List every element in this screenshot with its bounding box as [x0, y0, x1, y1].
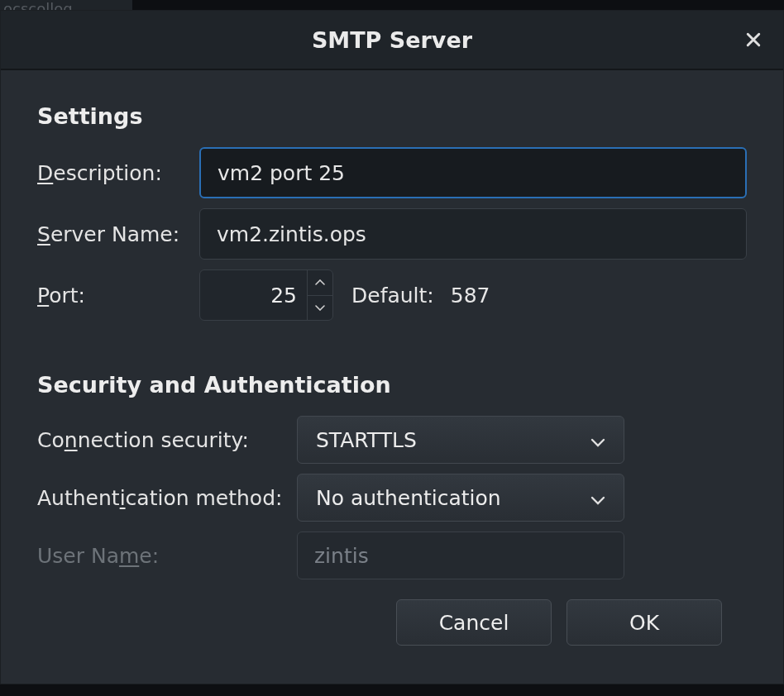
connection-security-select[interactable]: STARTTLS [297, 416, 624, 464]
server-name-input[interactable] [199, 208, 747, 260]
port-step-up-icon[interactable] [308, 270, 332, 296]
port-default-label: Default: [351, 284, 434, 307]
dialog-titlebar: SMTP Server [1, 11, 783, 70]
smtp-server-dialog: SMTP Server Settings Description: Server… [0, 10, 784, 684]
auth-method-label: Authentication method: [37, 486, 297, 510]
dialog-body: Settings Description: Server Name: Port:… [1, 70, 783, 684]
port-stepper [307, 270, 332, 320]
server-name-label: Server Name: [37, 222, 199, 246]
port-default: Default: 587 [351, 284, 490, 307]
auth-method-value: No authentication [316, 486, 501, 510]
port-row: 25 Default: 587 [199, 269, 747, 321]
port-spinner[interactable]: 25 [199, 269, 333, 321]
connection-security-value: STARTTLS [316, 428, 417, 452]
port-value[interactable]: 25 [200, 270, 307, 320]
chevron-down-icon [590, 486, 605, 510]
dialog-title: SMTP Server [312, 27, 472, 53]
port-default-value: 587 [451, 284, 490, 307]
ok-button[interactable]: OK [566, 599, 722, 646]
port-step-down-icon[interactable] [308, 296, 332, 321]
dialog-footer: Cancel OK [37, 579, 747, 655]
user-name-value: zintis [314, 544, 369, 568]
port-label: Port: [37, 284, 199, 307]
cancel-button[interactable]: Cancel [396, 599, 552, 646]
description-input[interactable] [199, 147, 747, 198]
security-grid: Connection security: STARTTLS Authentica… [37, 416, 747, 579]
close-icon[interactable] [742, 28, 765, 51]
auth-method-select[interactable]: No authentication [297, 474, 624, 522]
settings-heading: Settings [37, 103, 747, 129]
user-name-label: User Name: [37, 544, 297, 568]
settings-grid: Description: Server Name: Port: 25 [37, 147, 747, 321]
user-name-input: zintis [297, 532, 624, 579]
security-heading: Security and Authentication [37, 372, 747, 398]
description-label: Description: [37, 161, 199, 185]
connection-security-label: Connection security: [37, 428, 297, 452]
chevron-down-icon [590, 428, 605, 452]
